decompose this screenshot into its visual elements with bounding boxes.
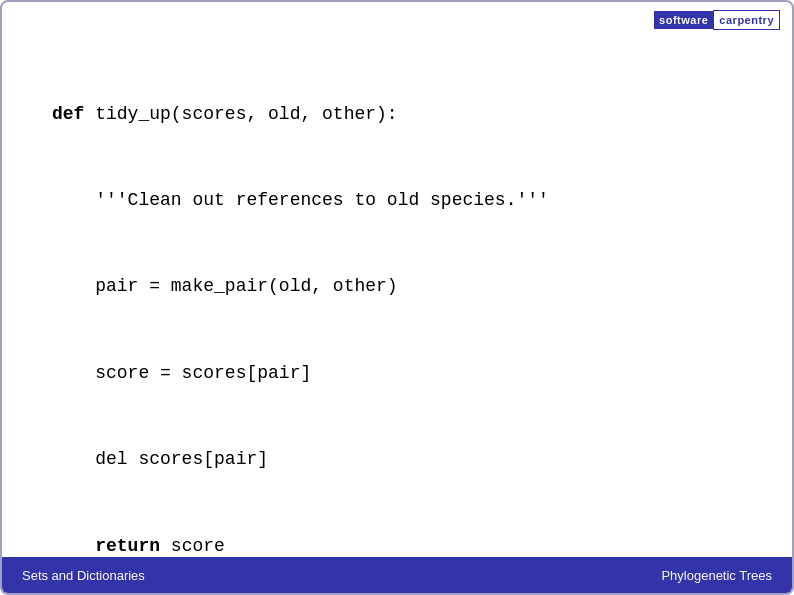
keyword-return: return xyxy=(52,536,160,556)
code-line1-rest: tidy_up(scores, old, other): xyxy=(84,104,397,124)
code-line-5: del scores[pair] xyxy=(52,445,742,474)
code-line-4: score = scores[pair] xyxy=(52,359,742,388)
code-line6-rest: score xyxy=(160,536,225,556)
slide: softwarecarpentry def tidy_up(scores, ol… xyxy=(0,0,794,595)
footer-right: Phylogenetic Trees xyxy=(661,568,772,583)
logo-carpentry: carpentry xyxy=(713,10,780,30)
footer-left: Sets and Dictionaries xyxy=(22,568,145,583)
logo-area: softwarecarpentry xyxy=(654,10,780,30)
footer: Sets and Dictionaries Phylogenetic Trees xyxy=(2,557,792,593)
code-block: def tidy_up(scores, old, other): '''Clea… xyxy=(52,42,742,595)
code-line-2: '''Clean out references to old species.'… xyxy=(52,186,742,215)
code-line-3: pair = make_pair(old, other) xyxy=(52,272,742,301)
keyword-def: def xyxy=(52,104,84,124)
code-content: def tidy_up(scores, old, other): '''Clea… xyxy=(2,2,792,595)
logo-software: software xyxy=(654,11,713,29)
code-line-1: def tidy_up(scores, old, other): xyxy=(52,100,742,129)
